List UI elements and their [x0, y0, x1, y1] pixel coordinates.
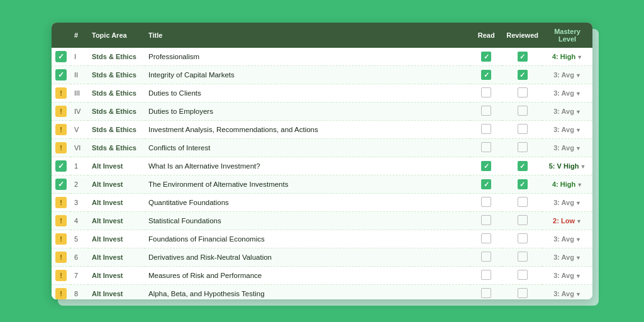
- row-read-cell[interactable]: [470, 230, 502, 248]
- row-mastery-cell[interactable]: 3: Avg▼: [542, 230, 592, 248]
- checkbox-checked-icon[interactable]: ✓: [481, 179, 491, 189]
- checkbox-checked-icon[interactable]: ✓: [481, 161, 491, 171]
- checkbox-empty-icon[interactable]: [481, 124, 491, 134]
- check-icon: ✓: [55, 179, 67, 190]
- row-mastery-cell[interactable]: 4: High▼: [542, 48, 592, 66]
- dropdown-arrow-icon[interactable]: ▼: [575, 273, 581, 279]
- table-row: !3Alt InvestQuantitative Foundations3: A…: [52, 194, 592, 212]
- row-read-cell[interactable]: [470, 212, 502, 230]
- row-status-cell: ✓: [52, 66, 70, 84]
- checkbox-empty-icon[interactable]: [518, 288, 528, 298]
- row-mastery-cell[interactable]: 3: Avg▼: [542, 103, 592, 121]
- checkbox-checked-icon[interactable]: ✓: [518, 179, 528, 189]
- row-reviewed-cell[interactable]: [502, 285, 542, 300]
- row-reviewed-cell[interactable]: ✓: [502, 48, 542, 66]
- row-mastery-cell[interactable]: 4: High▼: [542, 175, 592, 194]
- checkbox-empty-icon[interactable]: [518, 270, 528, 280]
- table-row: ✓IIStds & EthicsIntegrity of Capital Mar…: [52, 66, 592, 84]
- row-read-cell[interactable]: [470, 121, 502, 139]
- checkbox-checked-icon[interactable]: ✓: [518, 52, 528, 62]
- mastery-value: 3: Avg: [553, 272, 574, 279]
- row-reviewed-cell[interactable]: ✓: [502, 66, 542, 84]
- row-mastery-cell[interactable]: 3: Avg▼: [542, 139, 592, 157]
- row-read-cell[interactable]: ✓: [470, 48, 502, 66]
- checkbox-empty-icon[interactable]: [518, 233, 528, 243]
- checkbox-empty-icon[interactable]: [518, 124, 528, 134]
- dropdown-arrow-icon[interactable]: ▼: [575, 109, 581, 115]
- dropdown-arrow-icon[interactable]: ▼: [575, 145, 581, 152]
- row-read-cell[interactable]: [470, 84, 502, 103]
- row-mastery-cell[interactable]: 3: Avg▼: [542, 267, 592, 285]
- row-reviewed-cell[interactable]: ✓: [502, 157, 542, 175]
- row-topic: Stds & Ethics: [88, 121, 145, 139]
- row-mastery-cell[interactable]: 3: Avg▼: [542, 194, 592, 212]
- dropdown-arrow-icon[interactable]: ▼: [575, 236, 581, 243]
- dropdown-arrow-icon[interactable]: ▼: [575, 291, 581, 297]
- row-reviewed-cell[interactable]: [502, 212, 542, 230]
- row-reviewed-cell[interactable]: [502, 103, 542, 121]
- table-row: !IVStds & EthicsDuties to Employers3: Av…: [52, 103, 592, 121]
- checkbox-empty-icon[interactable]: [481, 288, 491, 298]
- checkbox-checked-icon[interactable]: ✓: [481, 70, 491, 80]
- row-mastery-cell[interactable]: 3: Avg▼: [542, 121, 592, 139]
- row-reviewed-cell[interactable]: [502, 267, 542, 285]
- dropdown-arrow-icon[interactable]: ▼: [577, 182, 582, 188]
- row-mastery-cell[interactable]: 3: Avg▼: [542, 84, 592, 103]
- row-title: Quantitative Foundations: [145, 194, 470, 212]
- row-read-cell[interactable]: ✓: [470, 175, 502, 194]
- col-reviewed: Reviewed: [502, 23, 542, 48]
- row-reviewed-cell[interactable]: [502, 230, 542, 248]
- checkbox-empty-icon[interactable]: [518, 142, 528, 152]
- checkbox-checked-icon[interactable]: ✓: [518, 161, 528, 171]
- dropdown-arrow-icon[interactable]: ▼: [575, 127, 581, 133]
- row-read-cell[interactable]: [470, 139, 502, 157]
- row-status-cell: !: [52, 285, 70, 300]
- checkbox-empty-icon[interactable]: [518, 197, 528, 207]
- checkbox-empty-icon[interactable]: [481, 215, 491, 225]
- col-mastery: MasteryLevel: [542, 23, 592, 48]
- row-read-cell[interactable]: [470, 194, 502, 212]
- row-read-cell[interactable]: [470, 248, 502, 267]
- row-read-cell[interactable]: [470, 285, 502, 300]
- row-reviewed-cell[interactable]: [502, 248, 542, 267]
- row-read-cell[interactable]: ✓: [470, 157, 502, 175]
- row-reviewed-cell[interactable]: ✓: [502, 175, 542, 194]
- checkbox-empty-icon[interactable]: [518, 106, 528, 116]
- mastery-value: 3: Avg: [553, 126, 574, 133]
- dropdown-arrow-icon[interactable]: ▼: [575, 72, 581, 79]
- row-reviewed-cell[interactable]: [502, 121, 542, 139]
- mastery-value: 3: Avg: [553, 71, 574, 79]
- dropdown-arrow-icon[interactable]: ▼: [575, 200, 581, 206]
- row-mastery-cell[interactable]: 3: Avg▼: [542, 248, 592, 267]
- checkbox-empty-icon[interactable]: [518, 252, 528, 262]
- row-mastery-cell[interactable]: 3: Avg▼: [542, 285, 592, 300]
- row-mastery-cell[interactable]: 3: Avg▼: [542, 66, 592, 84]
- checkbox-empty-icon[interactable]: [518, 87, 528, 97]
- row-read-cell[interactable]: [470, 267, 502, 285]
- row-reviewed-cell[interactable]: [502, 194, 542, 212]
- checkbox-empty-icon[interactable]: [481, 106, 491, 116]
- row-reviewed-cell[interactable]: [502, 139, 542, 157]
- row-read-cell[interactable]: [470, 103, 502, 121]
- checkbox-empty-icon[interactable]: [481, 87, 491, 97]
- row-mastery-cell[interactable]: 2: Low▼: [542, 212, 592, 230]
- col-read: Read: [470, 23, 502, 48]
- row-mastery-cell[interactable]: 5: V High▼: [542, 157, 592, 175]
- checkbox-empty-icon[interactable]: [481, 270, 491, 280]
- checkbox-empty-icon[interactable]: [481, 252, 491, 262]
- row-topic: Alt Invest: [88, 157, 145, 175]
- dropdown-arrow-icon[interactable]: ▼: [575, 255, 581, 261]
- dropdown-arrow-icon[interactable]: ▼: [575, 91, 581, 97]
- checkbox-empty-icon[interactable]: [481, 233, 491, 243]
- checkbox-empty-icon[interactable]: [518, 215, 528, 225]
- dropdown-arrow-icon[interactable]: ▼: [580, 164, 586, 170]
- dropdown-arrow-icon[interactable]: ▼: [576, 218, 582, 225]
- checkbox-empty-icon[interactable]: [481, 142, 491, 152]
- row-reviewed-cell[interactable]: [502, 84, 542, 103]
- checkbox-checked-icon[interactable]: ✓: [518, 70, 528, 80]
- row-status-cell: !: [52, 84, 70, 103]
- row-read-cell[interactable]: ✓: [470, 66, 502, 84]
- checkbox-checked-icon[interactable]: ✓: [481, 52, 491, 62]
- checkbox-empty-icon[interactable]: [481, 197, 491, 207]
- dropdown-arrow-icon[interactable]: ▼: [577, 54, 582, 60]
